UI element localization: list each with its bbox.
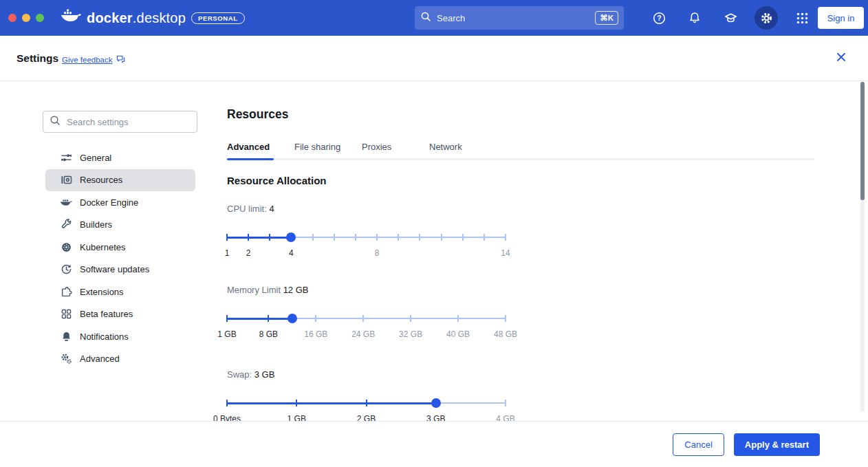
sidebar-item-general[interactable]: General (45, 146, 195, 169)
memory-limit-tick (226, 315, 228, 322)
tab-proxies[interactable]: Proxies (362, 138, 409, 158)
sidebar-item-resources[interactable]: Resources (45, 169, 195, 192)
cpu-limit-value: 4 (269, 204, 274, 214)
cpu-limit-tick (462, 234, 464, 241)
cpu-limit-tick (355, 234, 356, 241)
minimize-window-button[interactable] (22, 14, 30, 22)
sidebar-item-label: Software updates (80, 264, 149, 274)
cancel-button[interactable]: Cancel (673, 433, 724, 456)
tab-advanced[interactable]: Advanced (227, 138, 274, 158)
memory-limit-tick-label: 32 GB (399, 329, 422, 339)
memory-limit-tick (315, 315, 316, 322)
sidebar-item-notifications[interactable]: Notifications (45, 325, 195, 348)
cpu-limit-tick-labels: 124814 (227, 248, 506, 258)
settings-sidebar: GeneralResourcesDocker EngineBuildersKub… (45, 146, 195, 370)
software-updates-icon (61, 263, 72, 275)
sidebar-item-advanced[interactable]: Advanced (45, 348, 195, 371)
cpu-limit-tick (248, 234, 249, 241)
sidebar-item-label: Beta features (80, 309, 133, 319)
help-icon[interactable]: ? (647, 6, 671, 30)
memory-limit-slider-thumb[interactable] (287, 314, 297, 323)
global-search-input[interactable]: Search ⌘K (415, 6, 624, 30)
sidebar-item-beta-features[interactable]: Beta features (45, 303, 195, 326)
scrollbar-track[interactable] (860, 82, 865, 412)
beta-features-icon (61, 308, 72, 320)
sidebar-item-kubernetes[interactable]: Kubernetes (45, 236, 195, 259)
memory-limit-label: Memory Limit 12 GB (227, 285, 506, 295)
swap-slider-block: Swap: 3 GB0 Bytes1 GB2 GB3 GB4 GB (227, 369, 506, 424)
search-placeholder: Search (437, 13, 595, 23)
window-controls (8, 14, 44, 22)
sidebar-item-label: Kubernetes (80, 242, 126, 252)
settings-header: Settings Give feedback (0, 36, 868, 81)
swap-tick (296, 400, 297, 406)
docker-desktop-window: docker.desktop PERSONAL Search ⌘K ? (0, 0, 868, 467)
extensions-icon (61, 286, 72, 298)
cpu-limit-tick (312, 234, 314, 241)
cpu-limit-tick (505, 234, 506, 241)
memory-limit-tick (457, 315, 459, 322)
sidebar-item-label: Notifications (80, 332, 129, 342)
memory-limit-tick-labels: 1 GB8 GB16 GB24 GB32 GB40 GB48 GB (227, 329, 506, 339)
cpu-limit-tick-label: 4 (289, 248, 294, 258)
sidebar-item-extensions[interactable]: Extensions (45, 281, 195, 303)
sidebar-item-docker-engine[interactable]: Docker Engine (45, 191, 195, 214)
settings-footer: Cancel Apply & restart (0, 421, 868, 467)
tab-file-sharing[interactable]: File sharing (294, 138, 341, 158)
cpu-limit-label: CPU limit: 4 (227, 204, 506, 214)
cpu-limit-tick (334, 234, 335, 241)
docker-whale-icon (61, 9, 81, 27)
resources-icon (61, 174, 72, 186)
swap-slider[interactable] (227, 398, 506, 408)
kubernetes-icon (61, 241, 72, 253)
close-settings-icon[interactable] (835, 51, 849, 65)
search-icon (50, 115, 61, 129)
close-window-button[interactable] (8, 14, 17, 22)
cpu-limit-tick-label: 2 (246, 248, 251, 258)
sliders-area: CPU limit: 4124814Memory Limit 12 GB1 GB… (227, 204, 814, 424)
resources-tabs: AdvancedFile sharingProxiesNetwork (227, 138, 814, 160)
settings-search-input[interactable]: Search settings (43, 111, 197, 133)
memory-limit-slider[interactable] (227, 314, 506, 323)
cpu-limit-tick (441, 234, 442, 241)
notifications-icon (61, 331, 72, 343)
cpu-limit-slider-thumb[interactable] (286, 232, 296, 242)
sidebar-item-label: Extensions (80, 287, 124, 297)
cpu-limit-tick (269, 234, 270, 241)
top-bar-icons: ? (647, 0, 814, 36)
zoom-window-button[interactable] (36, 14, 44, 22)
memory-limit-tick (362, 315, 364, 322)
sign-in-button[interactable]: Sign in (818, 7, 864, 29)
cpu-limit-tick (419, 234, 420, 241)
docker-engine-icon (61, 197, 72, 208)
swap-value: 3 GB (254, 369, 275, 380)
section-title: Resource Allocation (227, 175, 814, 186)
brand-name: docker.desktop (87, 10, 186, 26)
swap-slider-thumb[interactable] (431, 398, 441, 408)
sidebar-item-label: General (80, 153, 111, 163)
cpu-limit-tick-label: 8 (375, 248, 380, 258)
notifications-bell-icon[interactable] (683, 6, 706, 30)
cpu-limit-tick (226, 234, 228, 241)
sidebar-item-software-updates[interactable]: Software updates (45, 259, 195, 281)
resources-panel: Resources AdvancedFile sharingProxiesNet… (227, 81, 814, 424)
sidebar-item-builders[interactable]: Builders (45, 214, 195, 237)
memory-limit-tick (505, 315, 506, 322)
give-feedback-link[interactable]: Give feedback (62, 55, 125, 65)
tab-network[interactable]: Network (429, 138, 476, 158)
top-bar: docker.desktop PERSONAL Search ⌘K ? (0, 0, 868, 36)
apps-grid-icon[interactable] (790, 6, 814, 30)
plan-badge: PERSONAL (191, 12, 245, 24)
swap-tick (505, 400, 506, 406)
learning-center-icon[interactable] (719, 6, 742, 30)
search-icon (420, 11, 431, 25)
scrollbar-thumb[interactable] (860, 82, 865, 200)
sidebar-item-label: Advanced (80, 354, 120, 364)
page-title: Resources (227, 107, 814, 122)
apply-restart-button[interactable]: Apply & restart (734, 433, 820, 456)
builders-icon (61, 219, 72, 230)
cpu-limit-slider[interactable] (227, 232, 506, 242)
cpu-limit-tick-label: 14 (501, 248, 510, 258)
sidebar-item-label: Resources (80, 175, 122, 185)
settings-gear-icon[interactable] (755, 6, 778, 30)
